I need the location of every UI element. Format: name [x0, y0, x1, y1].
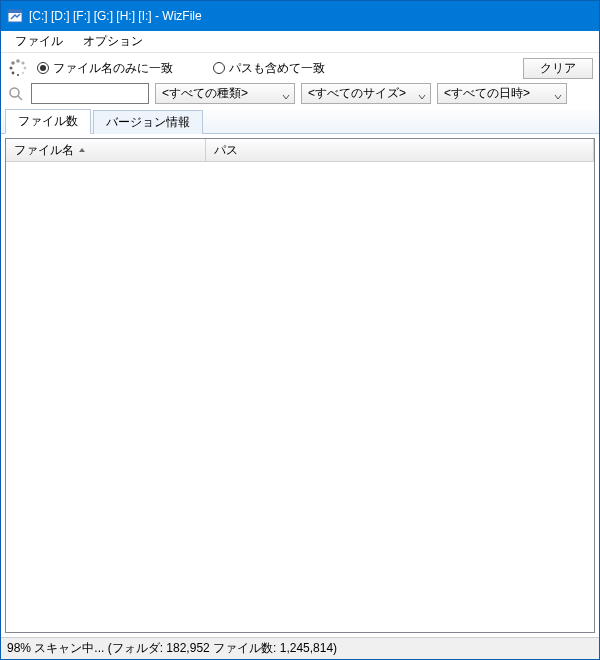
- svg-point-2: [16, 59, 20, 63]
- match-mode-radios: ファイル名のみに一致 パスも含めて一致: [37, 60, 515, 77]
- tab-version-info[interactable]: バージョン情報: [93, 110, 203, 134]
- menu-options[interactable]: オプション: [75, 31, 151, 52]
- tabs: ファイル数 バージョン情報: [1, 110, 599, 134]
- chevron-down-icon: [554, 90, 562, 98]
- menu-file[interactable]: ファイル: [7, 31, 71, 52]
- tab-label: バージョン情報: [106, 115, 190, 129]
- radio-label: ファイル名のみに一致: [53, 60, 173, 77]
- list-header: ファイル名 パス: [6, 139, 594, 162]
- svg-point-6: [17, 74, 19, 76]
- search-input[interactable]: [31, 83, 149, 104]
- search-icon: [7, 85, 25, 103]
- svg-rect-1: [8, 10, 22, 13]
- column-label: パス: [214, 142, 238, 159]
- button-label: クリア: [540, 60, 576, 77]
- list-body[interactable]: [6, 162, 594, 632]
- toolbar: ファイル名のみに一致 パスも含めて一致 クリア: [1, 53, 599, 81]
- combo-label: <すべてのサイズ>: [308, 85, 412, 102]
- tab-file-count[interactable]: ファイル数: [5, 109, 91, 134]
- sort-ascending-icon: [78, 143, 86, 157]
- file-listview: ファイル名 パス: [5, 138, 595, 633]
- column-path[interactable]: パス: [206, 139, 594, 161]
- app-icon: [7, 8, 23, 24]
- column-filename[interactable]: ファイル名: [6, 139, 206, 161]
- combo-label: <すべての種類>: [162, 85, 276, 102]
- svg-line-11: [18, 96, 22, 100]
- column-label: ファイル名: [14, 142, 74, 159]
- status-text: 98% スキャン中... (フォルダ: 182,952 ファイル数: 1,245…: [7, 640, 337, 657]
- chevron-down-icon: [418, 90, 426, 98]
- svg-point-5: [22, 72, 24, 74]
- app-window: [C:] [D:] [F:] [G:] [H:] [I:] - WizFile …: [0, 0, 600, 660]
- radio-label: パスも含めて一致: [229, 60, 325, 77]
- titlebar: [C:] [D:] [F:] [G:] [H:] [I:] - WizFile: [1, 1, 599, 31]
- svg-point-4: [24, 67, 27, 70]
- window-title: [C:] [D:] [F:] [G:] [H:] [I:] - WizFile: [29, 9, 202, 23]
- loading-spinner-icon: [7, 57, 29, 79]
- filter-date-combo[interactable]: <すべての日時>: [437, 83, 567, 104]
- clear-button[interactable]: クリア: [523, 58, 593, 79]
- svg-point-10: [10, 88, 19, 97]
- radio-include-path[interactable]: パスも含めて一致: [213, 60, 325, 77]
- chevron-down-icon: [282, 90, 290, 98]
- menubar: ファイル オプション: [1, 31, 599, 53]
- radio-icon: [37, 62, 49, 74]
- searchbar: <すべての種類> <すべてのサイズ> <すべての日時>: [1, 81, 599, 110]
- radio-filename-only[interactable]: ファイル名のみに一致: [37, 60, 173, 77]
- combo-label: <すべての日時>: [444, 85, 548, 102]
- tab-label: ファイル数: [18, 114, 78, 128]
- svg-point-3: [21, 61, 24, 64]
- filter-size-combo[interactable]: <すべてのサイズ>: [301, 83, 431, 104]
- svg-point-9: [11, 61, 15, 65]
- svg-point-8: [9, 66, 12, 69]
- filter-type-combo[interactable]: <すべての種類>: [155, 83, 295, 104]
- radio-icon: [213, 62, 225, 74]
- svg-point-7: [12, 72, 15, 75]
- statusbar: 98% スキャン中... (フォルダ: 182,952 ファイル数: 1,245…: [1, 637, 599, 659]
